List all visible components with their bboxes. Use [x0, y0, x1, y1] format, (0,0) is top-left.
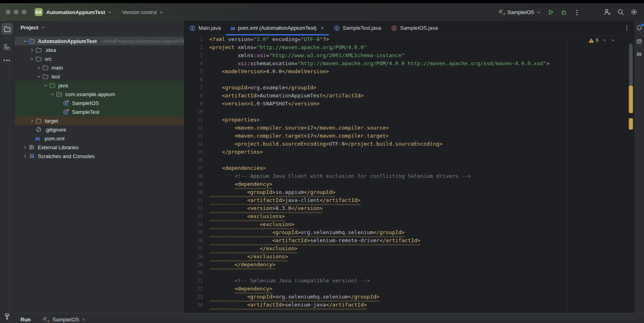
code-line-25[interactable]: 25 <groupId>org.seleniumhq.selenium</gro… — [184, 228, 634, 237]
tree-item-automationappiumtest[interactable]: AutomationAppiumTest~/IdeaProjects/Autom… — [14, 37, 184, 45]
code-line-14[interactable]: 14 <project.build.sourceEncoding>UTF-8</… — [184, 140, 634, 148]
tree-item-scratches-and-consoles[interactable]: Scratches and Consoles — [14, 152, 184, 160]
project-tool-window-button[interactable] — [1, 23, 13, 35]
tab-options-button[interactable]: ⋮ — [624, 21, 630, 35]
code-line-28[interactable]: 28 </exclusions> — [184, 253, 634, 261]
code-line-30[interactable]: 30 — [184, 269, 634, 277]
code-line-8[interactable]: 8 <artifactId>AutomationAppiumTest</arti… — [184, 92, 634, 100]
tree-item-sampletest[interactable]: CSampleTest — [14, 107, 184, 116]
code-line-22[interactable]: 22 <version>8.3.0</version> — [184, 204, 634, 212]
run-configuration-selector[interactable]: TNG SampleIOS — [499, 9, 541, 15]
scrollbar-warning-mark[interactable] — [629, 86, 633, 113]
code-line-34[interactable]: 34 <artifactId>selenium-java</artifactId… — [184, 301, 634, 309]
chevron-right-icon[interactable] — [35, 65, 42, 70]
build-tool-window-button[interactable] — [3, 313, 11, 320]
chevron-right-icon[interactable] — [29, 118, 35, 123]
search-everywhere-button[interactable] — [617, 8, 624, 16]
ai-assistant-button[interactable]: @ — [636, 37, 642, 44]
code-line-12[interactable]: 12 <maven.compiler.source>17</maven.comp… — [184, 124, 634, 132]
chevron-down-icon[interactable] — [29, 56, 35, 62]
tree-item-src[interactable]: src — [14, 54, 184, 63]
structure-tool-window-button[interactable] — [1, 41, 13, 53]
code-line-20[interactable]: 20 <groupId>io.appium</groupId> — [184, 188, 634, 196]
maven-tool-window-button[interactable]: m — [637, 50, 642, 58]
code-line-33[interactable]: 33 <groupId>org.seleniumhq.selenium</gro… — [184, 293, 634, 301]
code-line-1[interactable]: 1<?xml version="1.0" encoding="UTF-8"?> — [184, 35, 634, 43]
traffic-lights[interactable] — [6, 10, 27, 14]
chevron-right-icon[interactable] — [22, 145, 29, 150]
code-line-2[interactable]: 2<project xmlns="http://maven.apache.org… — [184, 43, 634, 51]
code-line-21[interactable]: 21 <artifactId>java-client</artifactId> — [184, 196, 634, 204]
tree-item-main[interactable]: main — [14, 63, 184, 72]
tab-sampleios-java[interactable]: CSampleIOS.java — [386, 21, 443, 35]
code-line-16[interactable]: 16 — [184, 156, 634, 164]
notifications-button[interactable] — [636, 25, 643, 31]
settings-gear-button[interactable] — [630, 8, 638, 16]
tree-item--gitignore[interactable]: .gitignore — [14, 125, 184, 134]
code-line-32[interactable]: 32 <dependency> — [184, 285, 634, 293]
code-text: <groupId>io.appium</groupId> — [203, 188, 335, 196]
code-line-29[interactable]: 29 </dependency> — [184, 261, 634, 269]
code-line-27[interactable]: 27 </exclusion> — [184, 245, 634, 253]
code-line-6[interactable]: 6 — [184, 76, 634, 84]
chevron-down-icon[interactable] — [49, 92, 56, 97]
tab-pom-xml-automationappiumtest-[interactable]: mpom.xml (AutomationAppiumTest)× — [226, 21, 329, 35]
tree-item-target[interactable]: target — [14, 116, 184, 125]
window-minimize-button[interactable] — [14, 10, 19, 14]
inspections-widget[interactable]: 6 — [588, 37, 615, 43]
scrollbar-thumb[interactable] — [629, 43, 633, 86]
code-line-26[interactable]: 26 <artifactId>selenium-remote-driver</a… — [184, 237, 634, 245]
chevron-right-icon[interactable] — [29, 47, 35, 53]
tree-item-test[interactable]: test — [14, 72, 184, 81]
tree-item-java[interactable]: java — [14, 81, 184, 90]
scrollbar-warning-mark[interactable] — [629, 118, 633, 130]
next-problem-button[interactable] — [611, 38, 615, 43]
code-line-13[interactable]: 13 <maven.compiler.target>17</maven.comp… — [184, 132, 634, 140]
tab-label: pom.xml (AutomationAppiumTest) — [238, 25, 316, 31]
code-line-4[interactable]: 4 xsi:schemaLocation="http://maven.apach… — [184, 60, 634, 68]
close-icon[interactable]: × — [320, 25, 324, 31]
project-menu[interactable]: AutomationAppiumTest — [46, 9, 112, 15]
code-with-me-button[interactable] — [604, 8, 611, 16]
code-line-31[interactable]: 31 <!-- Selenium Java (compatible versio… — [184, 277, 634, 285]
editor-scrollbar[interactable] — [629, 35, 633, 313]
code-line-24[interactable]: 24 <exclusion> — [184, 220, 634, 228]
code-line-9[interactable]: 9 <version>1.0-SNAPSHOT</version> — [184, 100, 634, 108]
window-zoom-button[interactable] — [22, 10, 27, 14]
run-tab-sampleios[interactable]: TNG SampleIOS × — [43, 314, 85, 323]
project-panel-header[interactable]: Project — [14, 21, 184, 34]
tree-item-sampleios[interactable]: CSampleIOS — [14, 99, 184, 107]
more-actions-button[interactable]: ⋮ — [573, 9, 581, 15]
code-line-10[interactable]: 10 — [184, 108, 634, 116]
code-text: </properties> — [203, 148, 263, 156]
code-text: <groupId>org.seleniumhq.selenium</groupI… — [203, 228, 405, 237]
run-button[interactable] — [547, 9, 554, 16]
code-line-19[interactable]: 19 <dependency> — [184, 180, 634, 188]
code-line-5[interactable]: 5 <modelVersion>4.0.0</modelVersion> — [184, 68, 634, 76]
tree-item--idea[interactable]: .idea — [14, 45, 184, 54]
chevron-down-icon[interactable] — [35, 74, 42, 79]
editor-pane[interactable]: 1<?xml version="1.0" encoding="UTF-8"?>2… — [184, 35, 634, 313]
code-line-15[interactable]: 15 </properties> — [184, 148, 634, 156]
chevron-right-icon[interactable] — [22, 154, 29, 159]
chevron-down-icon[interactable] — [22, 39, 29, 44]
version-control-menu[interactable]: Version control — [122, 9, 164, 15]
code-line-3[interactable]: 3 xmlns:xsi="http://www.w3.org/2001/XMLS… — [184, 51, 634, 60]
code-line-11[interactable]: 11 <properties> — [184, 116, 634, 124]
code-line-7[interactable]: 7 <groupId>org.example</groupId> — [184, 84, 634, 92]
tree-item-pom-xml[interactable]: mpom.xml — [14, 134, 184, 143]
tab-sampletest-java[interactable]: CSampleTest.java — [329, 21, 386, 35]
code-line-18[interactable]: 18 <!-- Appium Java Client with exclusio… — [184, 172, 634, 180]
chevron-down-icon[interactable] — [42, 83, 49, 88]
window-close-button[interactable] — [6, 10, 10, 14]
code-line-17[interactable]: 17 <dependencies> — [184, 164, 634, 172]
code-content[interactable]: 1<?xml version="1.0" encoding="UTF-8"?>2… — [184, 35, 634, 313]
close-icon[interactable]: × — [82, 317, 85, 323]
tab-main-java[interactable]: CMain.java — [184, 21, 226, 35]
code-line-23[interactable]: 23 <exclusions> — [184, 212, 634, 220]
more-tool-windows-button[interactable]: ••• — [3, 57, 11, 64]
tree-item-external-libraries[interactable]: External Libraries — [14, 143, 184, 152]
tree-item-com-example-appium[interactable]: com.example.appium — [14, 90, 184, 99]
debug-button[interactable] — [560, 9, 567, 16]
previous-problem-button[interactable] — [602, 38, 607, 43]
